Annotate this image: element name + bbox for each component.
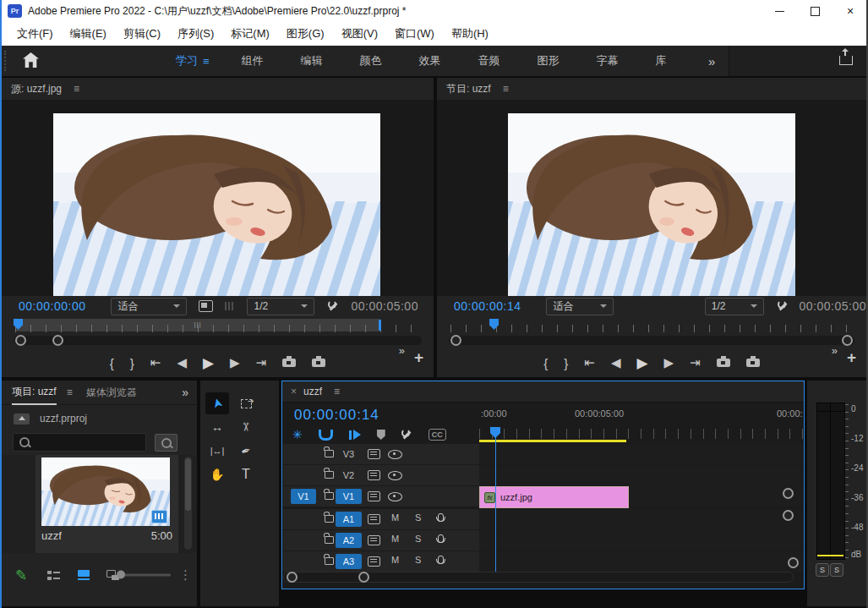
track-output-eye-icon[interactable] xyxy=(388,492,402,501)
mark-out-button[interactable]: } xyxy=(130,356,134,370)
track-content[interactable] xyxy=(479,465,803,485)
captions-cc-icon[interactable]: CC xyxy=(429,429,446,441)
menu-help[interactable]: 帮助(H) xyxy=(443,22,497,46)
lock-icon[interactable] xyxy=(325,536,334,544)
track-name[interactable]: A3 xyxy=(336,554,362,569)
close-button[interactable]: × xyxy=(833,0,868,22)
zoom-handle-left[interactable] xyxy=(450,335,461,346)
zoom-handle-left[interactable] xyxy=(15,335,26,346)
workspace-tab-graphics[interactable]: 图形 xyxy=(519,46,578,76)
track-content[interactable]: fx uzzf.jpg xyxy=(479,486,803,507)
track-content[interactable] xyxy=(479,530,803,550)
lock-icon[interactable] xyxy=(325,492,334,500)
program-scrub-ruler[interactable] xyxy=(437,317,866,334)
breadcrumb-label[interactable]: uzzf.prproj xyxy=(40,413,87,425)
transport-more-button[interactable]: » xyxy=(832,344,838,357)
menu-file[interactable]: 文件(F) xyxy=(8,22,62,46)
vertical-scroll-handle[interactable] xyxy=(788,557,799,568)
home-icon[interactable] xyxy=(23,52,39,68)
audio-waveform-icon[interactable] xyxy=(225,302,235,310)
icon-view-icon[interactable] xyxy=(78,570,90,580)
tab-project[interactable]: 项目: uzzf xyxy=(12,380,57,405)
panel-options-kebab-icon[interactable]: ⋮ xyxy=(179,567,192,583)
source-zoom-scrollbar[interactable] xyxy=(14,336,422,345)
timeline-settings-wrench-icon[interactable] xyxy=(401,430,412,441)
source-zoom-select[interactable]: 适合 xyxy=(111,298,187,315)
minimize-button[interactable] xyxy=(762,0,797,22)
selection-tool[interactable]: ➤ xyxy=(205,392,229,414)
sync-lock-icon[interactable] xyxy=(368,514,380,524)
video-track-resize-handle[interactable] xyxy=(783,488,794,499)
timeline-tab-label[interactable]: uzzf xyxy=(303,386,322,397)
wrench-settings-icon[interactable] xyxy=(328,301,339,312)
extract-button-icon[interactable] xyxy=(746,359,760,367)
linked-selection-icon[interactable] xyxy=(349,430,361,440)
add-marker-icon[interactable] xyxy=(377,430,385,440)
solo-button[interactable]: S xyxy=(415,512,421,523)
menu-graphics[interactable]: 图形(G) xyxy=(278,22,333,46)
razor-tool[interactable]: ✂ xyxy=(235,415,257,439)
play-button[interactable]: ▶ xyxy=(636,354,647,372)
voiceover-mic-icon[interactable] xyxy=(438,556,444,564)
panel-menu-icon[interactable]: ≡ xyxy=(503,83,509,95)
program-timecode[interactable]: 00:00:00:14 xyxy=(454,299,521,313)
close-tab-icon[interactable]: × xyxy=(291,386,297,397)
panel-menu-icon[interactable]: ≡ xyxy=(334,386,340,397)
mark-out-button[interactable]: } xyxy=(564,356,568,370)
panel-overflow-button[interactable]: » xyxy=(182,386,188,399)
snap-magnet-icon[interactable] xyxy=(319,430,333,441)
wrench-settings-icon[interactable] xyxy=(778,301,787,312)
lock-icon[interactable] xyxy=(325,471,334,479)
nest-sequences-icon[interactable]: ✳ xyxy=(292,428,303,441)
solo-button[interactable]: S xyxy=(415,555,421,565)
type-tool[interactable]: T xyxy=(234,463,258,485)
workspace-tab-assembly[interactable]: 组件 xyxy=(223,46,282,76)
goto-out-button[interactable]: ⇥ xyxy=(690,355,701,370)
lift-button-icon[interactable] xyxy=(717,359,730,367)
maximize-button[interactable] xyxy=(797,0,833,22)
tab-media-browser[interactable]: 媒体浏览器 xyxy=(86,386,137,400)
writable-pencil-icon[interactable]: ✎ xyxy=(15,567,27,584)
program-zoom-select[interactable]: 适合 xyxy=(546,298,613,315)
sync-lock-icon[interactable] xyxy=(368,491,380,501)
menu-markers[interactable]: 标记(M) xyxy=(222,22,278,46)
track-content[interactable] xyxy=(479,444,803,464)
button-editor-add[interactable]: + xyxy=(847,348,856,367)
voiceover-mic-icon[interactable] xyxy=(438,513,444,522)
project-list-scrollbar[interactable] xyxy=(184,457,192,550)
timeline-timecode[interactable]: 00:00:00:14 xyxy=(294,407,379,424)
workspace-tab-libraries[interactable]: 库 xyxy=(637,46,685,76)
mark-in-button[interactable]: { xyxy=(543,356,548,370)
mark-in-button[interactable]: { xyxy=(110,356,114,370)
sync-lock-icon[interactable] xyxy=(368,449,380,459)
step-back-button[interactable]: ◀ xyxy=(611,355,621,370)
goto-out-button[interactable]: ⇥ xyxy=(256,355,267,370)
timeline-clip[interactable]: fx uzzf.jpg xyxy=(479,486,629,508)
workspace-tab-color[interactable]: 颜色 xyxy=(341,46,401,76)
program-zoom-scrollbar[interactable] xyxy=(449,336,854,345)
transport-more-button[interactable]: » xyxy=(399,344,405,357)
program-monitor-viewer[interactable] xyxy=(437,101,866,296)
hand-tool[interactable]: ✋ xyxy=(205,463,229,485)
track-name[interactable]: V3 xyxy=(336,446,362,462)
button-editor-add[interactable]: + xyxy=(414,348,423,367)
workspace-overflow-button[interactable]: » xyxy=(708,46,715,76)
menu-sequence[interactable]: 序列(S) xyxy=(169,22,222,46)
menu-window[interactable]: 窗口(W) xyxy=(386,22,443,46)
program-playback-resolution-select[interactable]: 1/2 xyxy=(705,298,765,315)
play-button[interactable]: ▶ xyxy=(203,354,214,372)
timeline-ruler[interactable]: :00:00 00:00:05:00 00:00:1 xyxy=(479,403,803,444)
settings-film-icon[interactable] xyxy=(199,300,213,312)
timeline-playhead-line[interactable] xyxy=(495,430,496,572)
workspace-tab-effects[interactable]: 效果 xyxy=(401,46,460,76)
slip-tool[interactable]: |↔| xyxy=(205,440,229,462)
zoom-handle-right[interactable] xyxy=(842,335,853,346)
project-item-name[interactable]: uzzf xyxy=(41,529,62,542)
track-content[interactable] xyxy=(479,509,803,529)
menu-edit[interactable]: 编辑(E) xyxy=(62,22,115,46)
menu-view[interactable]: 视图(V) xyxy=(333,22,386,46)
panel-menu-icon[interactable]: ≡ xyxy=(74,83,79,95)
lock-icon[interactable] xyxy=(325,557,334,565)
workspace-tab-menu-icon[interactable]: ≡ xyxy=(203,55,223,68)
step-forward-button[interactable]: ▶ xyxy=(664,355,674,370)
